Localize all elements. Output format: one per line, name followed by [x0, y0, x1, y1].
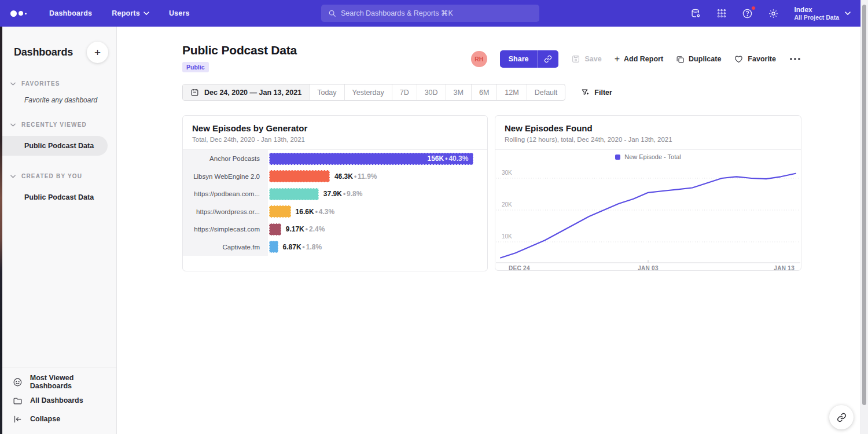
- bar-libsyn[interactable]: [269, 170, 330, 182]
- link-icon: [837, 413, 847, 422]
- heart-icon: [734, 54, 744, 64]
- card-title: New Episodes Found: [505, 123, 792, 133]
- filter-funnel-icon: [581, 88, 590, 97]
- date-toolbar: Dec 24, 2020 — Jan 13, 2021 Today Yester…: [182, 84, 801, 101]
- dashboards-sidebar: Dashboards + FAVORITES Favorite any dash…: [0, 27, 117, 434]
- x-tick-jan03: JAN 03: [638, 265, 659, 271]
- collapse-sidebar-button[interactable]: Collapse: [13, 410, 116, 428]
- section-recently-viewed[interactable]: RECENTLY VIEWED: [0, 122, 116, 128]
- chevron-down-icon: [845, 12, 851, 15]
- preset-yesterday[interactable]: Yesterday: [344, 84, 392, 100]
- help-icon[interactable]: [742, 8, 753, 19]
- chart-legend[interactable]: New Episode - Total: [495, 150, 801, 164]
- data-sources-icon[interactable]: [690, 8, 701, 19]
- sidebar-item-public-podcast-data[interactable]: Public Podcast Data: [0, 136, 108, 156]
- calendar-icon: [190, 88, 199, 97]
- amplitude-logo-icon[interactable]: [10, 10, 27, 17]
- nav-reports[interactable]: Reports: [102, 0, 159, 27]
- background-image-sliver: [0, 27, 2, 434]
- legend-swatch: [615, 155, 620, 160]
- chevron-down-icon: [10, 123, 16, 127]
- bar-row-podbean: https://podbean.com... 37.9K•9.8%: [183, 185, 487, 203]
- copy-link-floating-button[interactable]: [829, 405, 854, 429]
- project-scope: All Project Data: [794, 14, 839, 21]
- most-viewed-dashboards-button[interactable]: Most Viewed Dashboards: [13, 373, 116, 391]
- save-icon: [571, 54, 580, 64]
- sidebar-title: Dashboards: [14, 46, 73, 58]
- nav-dashboards-label: Dashboards: [49, 9, 92, 17]
- chevron-down-icon: [144, 12, 149, 15]
- global-search[interactable]: [321, 5, 539, 22]
- bar-row-anchor-podcasts: Anchor Podcasts 156K•40.3%: [183, 150, 487, 168]
- y-tick-20k: 20K: [502, 201, 512, 208]
- preset-12m[interactable]: 12M: [496, 84, 526, 100]
- plus-icon: +: [615, 54, 620, 64]
- add-report-button[interactable]: + Add Report: [615, 54, 663, 64]
- duplicate-button[interactable]: Duplicate: [676, 55, 721, 64]
- project-name: Index: [794, 6, 839, 14]
- x-axis: DEC 24 JAN 03 JAN 13: [496, 263, 800, 274]
- x-tick-dec24: DEC 24: [509, 265, 530, 271]
- nav-users[interactable]: Users: [159, 0, 200, 27]
- preset-7d[interactable]: 7D: [392, 84, 417, 100]
- y-tick-10k: 10K: [502, 233, 512, 240]
- duplicate-icon: [676, 55, 685, 64]
- share-link-icon[interactable]: [537, 50, 558, 68]
- bar-row-simplecast: https://simplecast.com 9.17K•2.4%: [183, 220, 487, 238]
- bar-wordpress[interactable]: [269, 205, 291, 218]
- project-switcher[interactable]: Index All Project Data: [794, 6, 851, 21]
- favorite-button[interactable]: Favorite: [734, 54, 776, 64]
- line-chart-svg: [496, 164, 800, 263]
- main-content: Public Podcast Data Public RH Share Save…: [117, 27, 868, 434]
- new-dashboard-button[interactable]: +: [87, 42, 108, 63]
- more-options-button[interactable]: [789, 56, 801, 62]
- bar-label: Anchor Podcasts: [183, 155, 268, 162]
- bar-anchor-podcasts[interactable]: 156K•40.3%: [269, 153, 473, 165]
- bar-simplecast[interactable]: [269, 223, 281, 236]
- line-chart[interactable]: 30K 20K 10K: [496, 164, 800, 263]
- save-button[interactable]: Save: [571, 54, 601, 64]
- preset-default[interactable]: Default: [527, 84, 565, 100]
- scrollbar-thumb[interactable]: [862, 5, 866, 405]
- collapse-left-icon: [13, 414, 23, 424]
- bar-label: Captivate.fm: [183, 244, 268, 251]
- chevron-down-icon: [10, 175, 16, 178]
- preset-today[interactable]: Today: [309, 84, 344, 100]
- filter-button[interactable]: Filter: [581, 88, 612, 97]
- preset-6m[interactable]: 6M: [471, 84, 496, 100]
- bar-podbean[interactable]: [269, 188, 319, 200]
- section-created-by-you[interactable]: CREATED BY YOU: [0, 173, 116, 179]
- bar-row-wordpress: https://wordpress.or... 16.6K•4.3%: [183, 203, 487, 221]
- bar-label: https://podbean.com...: [183, 190, 268, 197]
- bar-row-libsyn: Libsyn WebEngine 2.0 46.3K•11.9%: [183, 168, 487, 186]
- nav-reports-label: Reports: [112, 9, 140, 17]
- card-new-episodes-by-generator: New Episodes by Generator Total, Dec 24t…: [182, 115, 488, 271]
- folder-icon: [13, 396, 23, 406]
- nav-users-label: Users: [169, 9, 190, 17]
- preset-3m[interactable]: 3M: [446, 84, 471, 100]
- notification-badge: [751, 6, 756, 10]
- public-badge: Public: [182, 62, 209, 72]
- preset-30d[interactable]: 30D: [417, 84, 446, 100]
- bar-captivate[interactable]: [269, 241, 278, 253]
- smiley-icon: [13, 377, 23, 387]
- bar-label: https://wordpress.or...: [183, 208, 268, 215]
- card-subtitle: Rolling (12 hours), total, Dec 24th, 202…: [505, 136, 792, 143]
- chevron-down-icon: [10, 82, 16, 86]
- favorites-empty-text: Favorite any dashboard: [0, 87, 116, 104]
- sidebar-item-public-podcast-data-created[interactable]: Public Podcast Data: [0, 187, 108, 207]
- y-tick-30k: 30K: [502, 170, 512, 176]
- card-title: New Episodes by Generator: [192, 123, 478, 133]
- date-range-picker[interactable]: Dec 24, 2020 — Jan 13, 2021: [183, 84, 309, 100]
- all-dashboards-button[interactable]: All Dashboards: [13, 391, 116, 410]
- share-button[interactable]: Share: [500, 50, 559, 68]
- settings-gear-icon[interactable]: [768, 8, 779, 19]
- bar-chart: Anchor Podcasts 156K•40.3% Libsyn WebEng…: [183, 150, 487, 256]
- nav-dashboards[interactable]: Dashboards: [39, 0, 102, 27]
- search-input[interactable]: [341, 9, 514, 17]
- page-title: Public Podcast Data: [182, 43, 297, 57]
- apps-grid-icon[interactable]: [716, 8, 727, 19]
- section-favorites[interactable]: FAVORITES: [0, 80, 116, 87]
- bar-label: Libsyn WebEngine 2.0: [183, 173, 268, 180]
- avatar[interactable]: RH: [471, 51, 487, 67]
